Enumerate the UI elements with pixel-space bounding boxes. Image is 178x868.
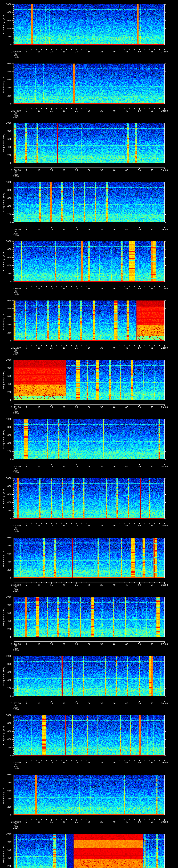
x-tick-label: 45 bbox=[125, 702, 128, 705]
x-tick-label: 40 bbox=[113, 287, 116, 290]
x-tick-label: 55 bbox=[151, 51, 153, 53]
x-tick-label: 20 bbox=[63, 465, 65, 467]
x-tick-label: 30 bbox=[88, 702, 91, 705]
x-tick-label: 15 bbox=[50, 702, 53, 705]
x-end-time-label: 22:00 bbox=[161, 347, 168, 349]
freq-axis-title: Frequency (Hz) bbox=[2, 252, 5, 271]
x-tick-label: 50 bbox=[138, 465, 141, 467]
y-tick-label: 600 bbox=[2, 256, 11, 258]
x-tick-label: 30 bbox=[88, 406, 91, 408]
y-tick-label: 200 bbox=[2, 569, 11, 571]
y-tick-label: 0 bbox=[2, 577, 11, 579]
y-tick-label: 800 bbox=[2, 189, 11, 191]
spectrogram-panel: Frequency (Hz) 020040060080010002:23:005… bbox=[0, 415, 178, 474]
y-tick-label: 0 bbox=[2, 458, 11, 460]
spectrogram-panel: Frequency (Hz) 020040060080010002:27:005… bbox=[0, 652, 178, 711]
y-tick-label: 400 bbox=[2, 323, 11, 326]
x-tick-label: 30 bbox=[88, 110, 91, 112]
freq-axis-title: Frequency (Hz) bbox=[2, 430, 5, 449]
x-tick-label: 10 bbox=[37, 524, 40, 527]
x-tick-label: 45 bbox=[125, 584, 128, 586]
x-end-time-label: 30:00 bbox=[161, 821, 168, 823]
x-end-time-label: 20:00 bbox=[161, 228, 168, 230]
y-tick-label: 800 bbox=[2, 130, 11, 132]
y-tick-label: 200 bbox=[2, 272, 11, 275]
x-tick-label: 10 bbox=[37, 110, 40, 112]
x-end-time-label: 18:00 bbox=[161, 110, 168, 112]
y-tick-label: 400 bbox=[2, 146, 11, 148]
x-end-time-label: 25:00 bbox=[161, 524, 168, 527]
y-tick-label: 200 bbox=[2, 746, 11, 749]
y-tick-label: 0 bbox=[2, 636, 11, 638]
y-tick-label: 200 bbox=[2, 687, 11, 689]
x-tick-label: 50 bbox=[138, 51, 141, 53]
x-tick-label: 5 bbox=[26, 110, 27, 112]
y-tick-label: 1000 bbox=[2, 62, 11, 65]
x-tick-label: 10 bbox=[37, 643, 40, 645]
x-tick-label: 50 bbox=[138, 228, 141, 230]
y-tick-label: 0 bbox=[2, 221, 11, 223]
x-tick-label: 50 bbox=[138, 643, 141, 645]
y-tick-label: 0 bbox=[2, 695, 11, 698]
x-tick-label: 15 bbox=[50, 287, 53, 290]
x-tick-label: 15 bbox=[50, 110, 53, 112]
x-tick-label: 10 bbox=[37, 465, 40, 467]
freq-axis-title: Frequency (Hz) bbox=[2, 370, 5, 390]
x-tick-label: 15 bbox=[50, 347, 53, 349]
x-tick-label: 25 bbox=[75, 228, 78, 230]
x-tick-label: 15 bbox=[50, 406, 53, 408]
x-tick-label: 5 bbox=[26, 51, 27, 53]
x-tick-label: 25 bbox=[75, 524, 78, 527]
x-end-time-label: 27:00 bbox=[161, 643, 168, 645]
date-line: 2016 bbox=[13, 175, 19, 177]
y-tick-label: 200 bbox=[2, 95, 11, 97]
x-tick-label: 55 bbox=[151, 821, 153, 823]
x-tick-label: 30 bbox=[88, 169, 91, 172]
spectrogram-panel: Frequency (Hz) 020040060080010002:25:005… bbox=[0, 533, 178, 592]
y-tick-label: 600 bbox=[2, 612, 11, 614]
y-tick-label: 600 bbox=[2, 315, 11, 318]
x-tick-label: 55 bbox=[151, 762, 153, 764]
x-tick-label: 20 bbox=[63, 762, 65, 764]
x-tick-label: 35 bbox=[100, 51, 103, 53]
x-tick-label: 40 bbox=[113, 821, 116, 823]
y-tick-label: 400 bbox=[2, 857, 11, 859]
y-tick-label: 0 bbox=[2, 280, 11, 283]
x-tick-label: 55 bbox=[151, 643, 153, 645]
x-tick-label: 5 bbox=[26, 702, 27, 705]
y-tick-label: 600 bbox=[2, 553, 11, 555]
x-tick-label: 30 bbox=[88, 524, 91, 527]
x-tick-label: 15 bbox=[50, 228, 53, 230]
y-tick-label: 1000 bbox=[2, 655, 11, 657]
x-tick-label: 35 bbox=[100, 465, 103, 467]
y-tick-label: 600 bbox=[2, 789, 11, 792]
y-tick-label: 400 bbox=[2, 383, 11, 385]
x-tick-label: 45 bbox=[125, 821, 128, 823]
freq-axis-title: Frequency (Hz) bbox=[2, 608, 5, 626]
x-tick-label: 10 bbox=[37, 169, 40, 172]
x-tick-label: 20 bbox=[63, 643, 65, 645]
y-tick-label: 800 bbox=[2, 11, 11, 13]
x-tick-label: 15 bbox=[50, 643, 53, 645]
x-tick-label: 25 bbox=[75, 702, 78, 705]
spectrogram-panel: Frequency (Hz) 020040060080010002:19:005… bbox=[0, 178, 178, 237]
date-line: 2016 bbox=[13, 56, 19, 59]
x-tick-label: 5 bbox=[26, 169, 27, 172]
y-tick-label: 0 bbox=[2, 399, 11, 401]
y-tick-label: 600 bbox=[2, 849, 11, 851]
date-line: 2016 bbox=[13, 767, 19, 770]
x-end-time-label: 17:00 bbox=[161, 51, 168, 53]
x-tick-label: 40 bbox=[113, 110, 116, 112]
x-end-time-label: 21:00 bbox=[161, 287, 168, 290]
x-tick-label: 30 bbox=[88, 821, 91, 823]
x-tick-label: 45 bbox=[125, 762, 128, 764]
x-tick-label: 10 bbox=[37, 584, 40, 586]
x-tick-label: 10 bbox=[37, 702, 40, 705]
spectrogram-panel: Frequency (Hz) 020040060080010002:21:005… bbox=[0, 296, 178, 355]
x-tick-label: 55 bbox=[151, 287, 153, 290]
x-tick-label: 5 bbox=[26, 524, 27, 527]
x-tick-label: 25 bbox=[75, 821, 78, 823]
y-tick-label: 800 bbox=[2, 70, 11, 72]
x-end-time-label: 29:00 bbox=[161, 762, 168, 764]
y-tick-label: 800 bbox=[2, 307, 11, 310]
